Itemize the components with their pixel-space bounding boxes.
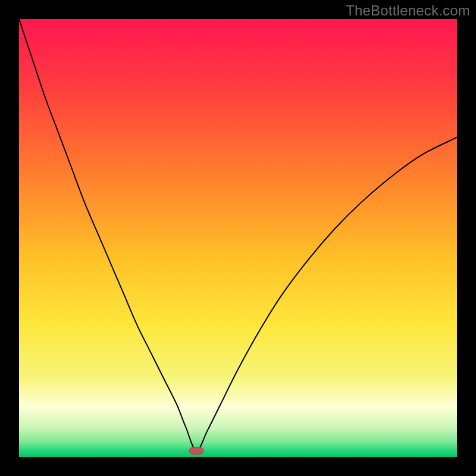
optimal-point-marker [189, 447, 203, 455]
plot-area [19, 19, 457, 457]
chart-frame: TheBottleneck.com [0, 0, 476, 476]
plot-svg [19, 19, 457, 457]
watermark-text: TheBottleneck.com [346, 2, 470, 19]
gradient-background [19, 19, 457, 457]
